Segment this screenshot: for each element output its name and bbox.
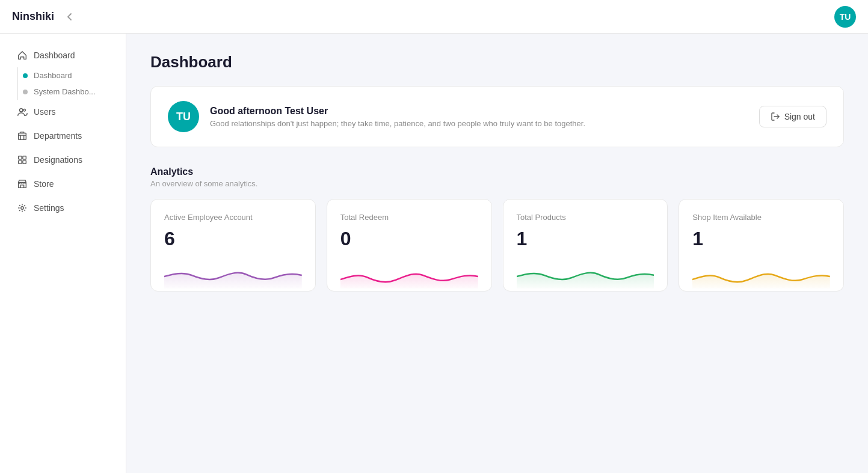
users-icon (17, 106, 28, 117)
sidebar-item-store[interactable]: Store (5, 172, 121, 195)
svg-rect-2 (19, 133, 26, 140)
app-name: Ninshiki (12, 10, 54, 23)
sidebar-label-settings: Settings (34, 203, 64, 213)
analytics-subtitle: An overview of some analytics. (150, 179, 844, 188)
svg-point-1 (23, 109, 26, 112)
svg-point-0 (20, 109, 23, 112)
svg-rect-5 (19, 160, 22, 163)
settings-icon (17, 203, 28, 213)
sidebar-item-users[interactable]: Users (5, 100, 121, 123)
stat-value-total-redeem: 0 (340, 228, 478, 250)
stat-card-total-redeem: Total Redeem 0 (327, 199, 492, 291)
stat-value-shop-item-available: 1 (692, 228, 830, 250)
stat-card-total-products: Total Products 1 (503, 199, 668, 291)
sign-out-label: Sign out (784, 112, 815, 121)
sidebar: Dashboard Dashboard System Dashbo... Use… (0, 34, 126, 473)
back-button[interactable] (61, 8, 78, 25)
store-icon (17, 179, 28, 189)
analytics-grid: Active Employee Account 6 Total Redeem 0 (150, 199, 844, 291)
welcome-greeting: Good afternoon Test User (210, 106, 585, 117)
sidebar-label-users: Users (34, 107, 56, 117)
stat-label-total-products: Total Products (517, 213, 654, 222)
sidebar-label-store: Store (34, 179, 54, 189)
sign-out-icon (771, 112, 780, 121)
stat-chart-shop-item-available (692, 258, 830, 288)
sidebar-label-dashboard-child: Dashboard (34, 71, 72, 80)
welcome-quote: Good relationships don't just happen; th… (210, 119, 585, 128)
layout: Dashboard Dashboard System Dashbo... Use… (0, 34, 868, 473)
stat-label-total-redeem: Total Redeem (340, 213, 478, 222)
chevron-left-icon (66, 13, 74, 21)
sidebar-item-dashboard-child[interactable]: Dashboard (0, 67, 126, 84)
grid-icon (17, 154, 28, 165)
page-title: Dashboard (150, 53, 844, 72)
sign-out-button[interactable]: Sign out (759, 106, 826, 127)
main-content: Dashboard TU Good afternoon Test User Go… (126, 34, 868, 473)
welcome-avatar: TU (168, 101, 199, 132)
sidebar-label-dashboard-parent: Dashboard (34, 50, 75, 60)
stat-chart-total-redeem (340, 258, 478, 288)
svg-rect-6 (23, 160, 26, 163)
topbar-left: Ninshiki (12, 8, 78, 25)
analytics-title: Analytics (150, 166, 844, 177)
sidebar-item-designations[interactable]: Designations (5, 148, 121, 171)
stat-value-active-employee: 6 (164, 228, 302, 250)
home-icon (17, 50, 28, 61)
sidebar-item-settings[interactable]: Settings (5, 197, 121, 219)
svg-rect-3 (19, 156, 22, 159)
sidebar-item-dashboard-parent[interactable]: Dashboard (5, 44, 121, 67)
stat-card-active-employee: Active Employee Account 6 (150, 199, 316, 291)
sidebar-tree-section: Dashboard System Dashbo... (0, 67, 126, 100)
svg-rect-4 (23, 156, 26, 159)
sidebar-label-departments: Departments (34, 131, 82, 141)
building-icon (17, 130, 28, 141)
sidebar-label-designations: Designations (34, 155, 82, 165)
welcome-text: Good afternoon Test User Good relationsh… (210, 106, 585, 128)
topbar: Ninshiki TU (0, 0, 868, 34)
user-avatar[interactable]: TU (834, 6, 856, 28)
svg-point-7 (21, 207, 24, 210)
stat-chart-total-products (517, 258, 654, 288)
welcome-left: TU Good afternoon Test User Good relatio… (168, 101, 585, 132)
stat-value-total-products: 1 (517, 228, 654, 250)
analytics-header: Analytics An overview of some analytics. (150, 166, 844, 188)
sidebar-label-system-dashboard: System Dashbo... (34, 87, 96, 96)
sidebar-item-system-dashboard[interactable]: System Dashbo... (0, 84, 126, 100)
stat-card-shop-item-available: Shop Item Available 1 (679, 199, 844, 291)
stat-chart-active-employee (164, 258, 302, 288)
stat-label-active-employee: Active Employee Account (164, 213, 302, 222)
welcome-card: TU Good afternoon Test User Good relatio… (150, 86, 844, 147)
sidebar-item-departments[interactable]: Departments (5, 124, 121, 147)
stat-label-shop-item-available: Shop Item Available (692, 213, 830, 222)
